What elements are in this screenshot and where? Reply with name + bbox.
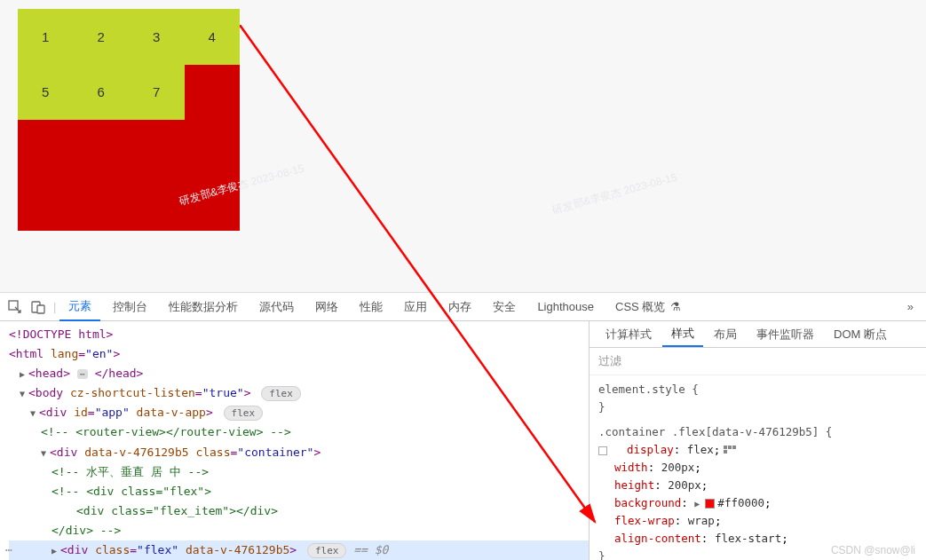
rule-selector[interactable]: .container .flex[data-v-476129b5] { — [598, 423, 917, 441]
tab-label: CSS 概览 — [615, 300, 665, 313]
flex-item: 2 — [74, 9, 130, 65]
flex-item: 3 — [129, 9, 185, 65]
css-declaration[interactable]: display: flex; — [598, 441, 917, 459]
toggle-checkbox[interactable] — [598, 446, 607, 455]
tab-dom-breakpoints[interactable]: DOM 断点 — [825, 323, 896, 346]
flex-badge[interactable]: flex — [224, 406, 264, 421]
element-style-selector[interactable]: element.style { — [598, 381, 917, 398]
flex-item: 4 — [185, 9, 241, 65]
dom-comment[interactable]: <!-- <div class="flex"> — [51, 485, 211, 498]
tab-security[interactable]: 安全 — [484, 294, 525, 320]
svg-rect-3 — [37, 305, 44, 313]
flex-item: 1 — [18, 9, 74, 65]
flex-item: 6 — [74, 65, 130, 121]
csdn-watermark: CSDN @snow@li — [831, 544, 915, 556]
dom-comment[interactable]: <!-- <router-view></router-view> --> — [41, 425, 291, 438]
flask-icon: ⚗ — [670, 300, 681, 313]
flex-item: 7 — [129, 65, 185, 121]
flex-container-demo: 1 2 3 4 5 6 7 — [18, 9, 240, 231]
collapse-icon[interactable]: ▼ — [41, 446, 50, 461]
expand-icon[interactable]: ▶ — [20, 367, 28, 382]
tab-memory[interactable]: 内存 — [439, 294, 480, 320]
collapse-icon[interactable]: ▼ — [20, 386, 28, 401]
dom-html-tag[interactable]: <html lang="en"> — [9, 347, 120, 360]
css-declaration[interactable]: background: ▶#ff0000; — [598, 494, 917, 512]
tab-computed[interactable]: 计算样式 — [597, 323, 661, 346]
dom-app-div[interactable]: <div id="app" data-v-app> — [39, 406, 213, 419]
elements-dom-tree[interactable]: <!DOCTYPE html> <html lang="en"> ▶<head>… — [0, 321, 589, 560]
dom-comment[interactable]: <div class="flex_item"></div> — [76, 504, 278, 517]
dom-container-div[interactable]: <div data-v-476129b5 class="container"> — [50, 446, 321, 459]
watermark: 研发部&李俊杰 2023-08-15 — [550, 170, 678, 218]
tab-console[interactable]: 控制台 — [104, 294, 156, 320]
css-declaration[interactable]: width: 200px; — [598, 459, 917, 477]
css-declaration[interactable]: height: 200px; — [598, 477, 917, 494]
tab-css-overview[interactable]: CSS 概览 ⚗ — [606, 294, 690, 320]
color-swatch-icon[interactable] — [705, 499, 715, 509]
dom-head-tag[interactable]: <head> — [28, 367, 70, 380]
dom-comment[interactable]: <!-- 水平、垂直 居 中 --> — [51, 465, 209, 478]
expand-icon[interactable]: ▶ — [51, 543, 60, 558]
styles-sidebar: 计算样式 样式 布局 事件监听器 DOM 断点 过滤 element.style… — [589, 321, 926, 560]
device-toolbar-icon[interactable] — [30, 299, 46, 315]
flex-badge[interactable]: flex — [261, 386, 301, 401]
styles-rules[interactable]: element.style { } .container .flex[data-… — [590, 375, 926, 560]
tab-styles[interactable]: 样式 — [662, 322, 703, 347]
tab-performance-insights[interactable]: 性能数据分析 — [160, 294, 247, 320]
collapsed-dots[interactable]: ⋯ — [77, 369, 88, 379]
css-declaration[interactable]: flex-wrap: wrap; — [598, 512, 917, 530]
tab-elements[interactable]: 元素 — [59, 293, 100, 321]
dom-body-tag[interactable]: <body cz-shortcut-listen="true"> — [28, 386, 250, 399]
dom-doctype[interactable]: <!DOCTYPE html> — [9, 327, 113, 341]
devtools-tab-bar: | 元素 控制台 性能数据分析 源代码 网络 性能 应用 内存 安全 Light… — [0, 293, 926, 321]
flex-wrap-demo: 1 2 3 4 5 6 7 — [18, 9, 240, 120]
tab-lighthouse[interactable]: Lighthouse — [528, 295, 603, 319]
flex-item: 5 — [18, 65, 74, 121]
tab-event-listeners[interactable]: 事件监听器 — [748, 323, 823, 346]
tab-network[interactable]: 网络 — [306, 294, 347, 320]
tab-sources[interactable]: 源代码 — [250, 294, 303, 320]
filter-input[interactable]: 过滤 — [598, 354, 621, 367]
tabs-overflow-icon[interactable]: » — [902, 300, 919, 313]
dom-selected-node[interactable]: ⋯ ▶<div class="flex" data-v-476129b5> fl… — [9, 540, 589, 560]
tab-performance[interactable]: 性能 — [351, 294, 392, 320]
dom-comment[interactable]: </div> --> — [51, 524, 121, 537]
inspect-icon[interactable] — [7, 299, 23, 315]
tab-layout[interactable]: 布局 — [705, 323, 746, 346]
page-preview: 1 2 3 4 5 6 7 研发部&李俊杰 2023-08-15 研发部&李俊杰… — [0, 0, 926, 293]
collapse-icon[interactable]: ▼ — [30, 406, 39, 421]
tab-application[interactable]: 应用 — [395, 294, 436, 320]
flex-badge[interactable]: flex — [307, 543, 347, 558]
expand-shorthand-icon[interactable]: ▶ — [694, 499, 700, 509]
dollar-zero: == $0 — [353, 543, 388, 556]
close-brace: } — [598, 398, 917, 416]
sidebar-tabs: 计算样式 样式 布局 事件监听器 DOM 断点 — [590, 321, 926, 348]
flex-editor-icon[interactable] — [724, 446, 736, 456]
